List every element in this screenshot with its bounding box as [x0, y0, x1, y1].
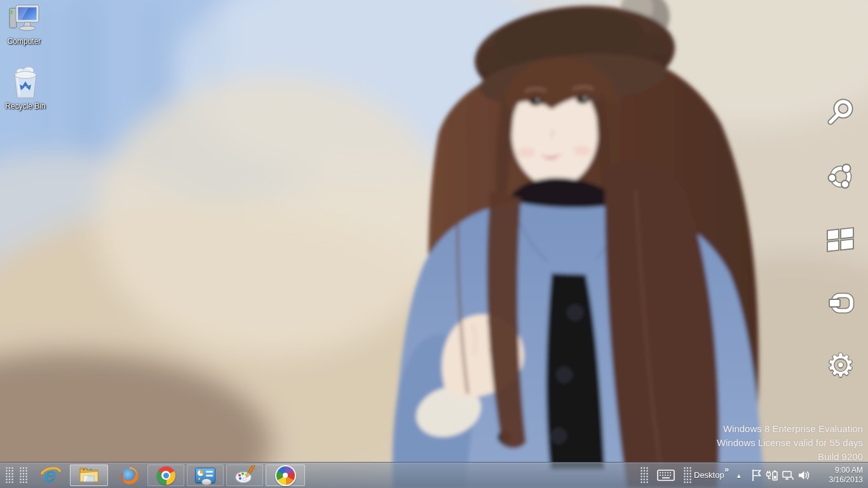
- charm-devices[interactable]: [824, 286, 858, 320]
- desktop-icon-label: Recycle Bin: [1, 102, 50, 111]
- network-icon: [782, 469, 794, 482]
- paint-icon: [234, 465, 255, 485]
- desktop-toolbar-label[interactable]: Desktop: [694, 463, 724, 488]
- desktop-icon-recycle-bin[interactable]: Recycle Bin: [1, 66, 50, 111]
- watermark: Windows 8 Enterprise Evaluation Windows …: [717, 422, 863, 464]
- share-icon: [826, 161, 855, 191]
- action-center-flag-icon: [751, 469, 763, 482]
- recycle-bin-icon: [10, 66, 41, 100]
- devices-icon: [826, 288, 855, 318]
- toolbar-grip[interactable]: [684, 467, 691, 484]
- power-battery-icon: [766, 469, 778, 482]
- toolbar-grip[interactable]: [6, 467, 13, 484]
- power-status-button[interactable]: [765, 469, 779, 482]
- charm-settings[interactable]: ⚙: [824, 348, 858, 383]
- watermark-line: Windows 8 Enterprise Evaluation: [717, 422, 863, 436]
- windows8-desktop: Computer Recycle Bin Windows 8 Enterpris…: [0, 0, 868, 488]
- taskbar-button-internet-explorer[interactable]: e: [36, 464, 66, 486]
- taskbar-button-file-explorer[interactable]: [70, 464, 108, 486]
- touch-keyboard-icon: [657, 470, 675, 481]
- clock-date: 3/16/2013: [808, 475, 863, 485]
- file-explorer-icon: [79, 466, 99, 484]
- show-hidden-icons-button[interactable]: ▴: [737, 463, 741, 488]
- charm-share[interactable]: [824, 159, 858, 193]
- charm-start[interactable]: [824, 224, 858, 258]
- taskbar-button-firefox[interactable]: [112, 464, 146, 486]
- touch-keyboard-button[interactable]: [652, 464, 680, 486]
- clock-time: 9:00 AM: [808, 466, 863, 475]
- toolbar-grip[interactable]: [20, 467, 27, 484]
- taskbar-button-control-panel[interactable]: [187, 464, 224, 486]
- watermark-line: Windows License valid for 55 days: [717, 436, 863, 450]
- control-panel-icon: [195, 468, 215, 483]
- gear-icon: ⚙: [827, 348, 855, 383]
- taskbar-clock[interactable]: 9:00 AM 3/16/2013: [808, 466, 863, 485]
- network-status-button[interactable]: [781, 469, 795, 482]
- internet-explorer-icon: e: [41, 465, 61, 485]
- desktop-icon-computer[interactable]: Computer: [0, 4, 48, 46]
- action-center-button[interactable]: [750, 469, 764, 482]
- toolbar-grip[interactable]: [641, 467, 648, 484]
- search-icon: [826, 98, 855, 127]
- chrome-icon: [157, 466, 175, 485]
- taskbar-button-paint[interactable]: [226, 464, 263, 486]
- firefox-icon: [119, 466, 139, 485]
- desktop-icon-label: Computer: [0, 37, 48, 46]
- charm-search[interactable]: [824, 95, 858, 130]
- windows-start-icon: [825, 226, 856, 256]
- wallpaper-image: [0, 0, 868, 488]
- taskbar-button-picasa[interactable]: [266, 464, 305, 486]
- taskbar-button-chrome[interactable]: [147, 464, 184, 486]
- toolbar-overflow-chevron[interactable]: »: [724, 464, 729, 474]
- computer-icon: [8, 4, 41, 36]
- picasa-icon: [275, 465, 296, 486]
- taskbar: e: [0, 462, 868, 488]
